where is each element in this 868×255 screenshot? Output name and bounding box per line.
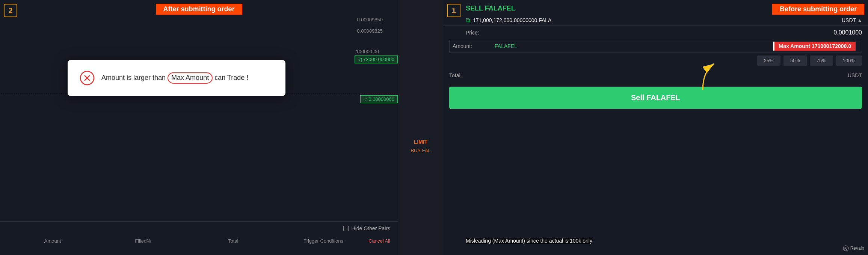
amount-row: Amount: Max Amount 171000172000.0 FALAFE… — [449, 40, 862, 52]
revain-badge: R Revain — [843, 245, 864, 251]
col-total: Total — [188, 238, 278, 244]
percent-25-button[interactable]: 25% — [757, 56, 780, 66]
sell-falafel-button[interactable]: Sell FALAFEL — [449, 87, 862, 109]
usdt-dropdown[interactable]: USDT ▲ — [842, 17, 862, 23]
chevron-up-icon: ▲ — [857, 18, 862, 23]
col-trigger: Trigger Conditions — [278, 238, 368, 244]
hide-pairs-row: Hide Other Pairs — [0, 222, 398, 235]
total-row: Total: USDT — [443, 69, 868, 82]
price-row: Price: — [443, 26, 868, 40]
table-headers: Amount Filled% Total Trigger Conditions … — [0, 235, 398, 247]
percent-50-button[interactable]: 50% — [783, 56, 807, 66]
bottom-bar: Hide Other Pairs Amount Filled% Total Tr… — [0, 221, 398, 255]
total-currency: USDT — [839, 72, 862, 78]
alert-message: Amount is larger than Max Amount can Tra… — [101, 72, 248, 83]
panel-number-1: 1 — [447, 4, 460, 17]
col-amount: Amount — [8, 238, 98, 244]
col-filled: Filled% — [98, 238, 188, 244]
amount-label: Amount: — [453, 43, 483, 49]
error-icon — [80, 70, 95, 86]
hide-pairs-label: Hide Other Pairs — [352, 225, 390, 231]
mid-panel: LIMIT BUY FAL — [398, 0, 443, 255]
amount-currency: FALAFEL — [487, 43, 517, 49]
chart-value-1: 0.00009850 — [357, 17, 383, 22]
yellow-arrow — [680, 60, 725, 98]
price-label: Price: — [449, 30, 479, 36]
chart-value-3: 100000.00 — [356, 49, 379, 54]
limit-label: LIMIT — [414, 139, 428, 145]
buy-fal-label: BUY FAL — [411, 148, 430, 153]
cancel-all-button[interactable]: Cancel All — [368, 238, 390, 244]
price-input[interactable] — [484, 29, 862, 36]
percent-75-button[interactable]: 75% — [810, 56, 833, 66]
wallet-amount: 171,000,172,000.00000000 FALA — [473, 17, 839, 23]
percent-100-button[interactable]: 100% — [836, 56, 862, 66]
misleading-note: Misleading (Max Amount) since the actual… — [466, 238, 592, 244]
alert-dialog: Amount is larger than Max Amount can Tra… — [68, 60, 285, 96]
right-panel: 1 Before submitting order SELL FALAFEL ⧉… — [443, 0, 868, 255]
panel-number-2: 2 — [4, 4, 17, 17]
revain-icon: R — [843, 245, 849, 251]
total-label: Total: — [449, 72, 479, 78]
percent-row: 25% 50% 75% 100% — [443, 52, 868, 69]
before-submitting-label: Before submitting order — [772, 4, 864, 15]
revain-label: Revain — [850, 246, 864, 251]
max-amount-highlight: Max Amount — [168, 72, 213, 83]
hide-pairs-checkbox[interactable] — [343, 226, 349, 231]
chart-value-2: 0.00009825 — [357, 28, 383, 34]
after-submitting-label: After submitting order — [155, 4, 242, 15]
max-amount-badge: Max Amount 171000172000.0 — [773, 42, 856, 51]
usdt-label: USDT — [842, 17, 856, 23]
chart-value-green-1: ◁ 72000.000000 — [355, 56, 398, 63]
svg-text:R: R — [844, 247, 847, 250]
wallet-row: ⧉ 171,000,172,000.00000000 FALA USDT ▲ — [443, 15, 868, 26]
left-panel: 2 After submitting order 0.00009850 0.00… — [0, 0, 398, 255]
wallet-icon: ⧉ — [466, 17, 470, 24]
chart-value-green-2: ◁ 0.00000000 — [360, 95, 398, 103]
